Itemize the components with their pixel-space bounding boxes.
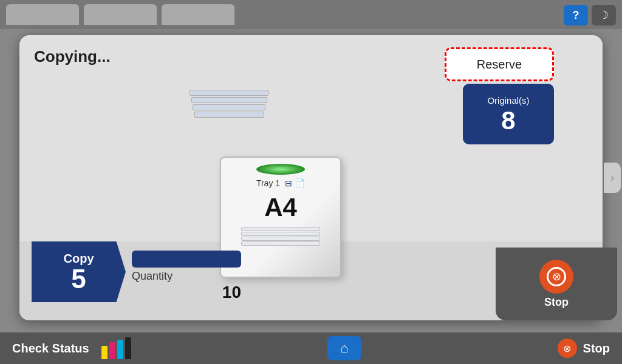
stop-symbol: ⊗ — [552, 270, 561, 283]
paper-sheet-1 — [190, 90, 268, 96]
tray-paper-size: A4 — [264, 193, 297, 222]
main-area: Copying... Reserve Original(s) 8 Tray 1 … — [0, 29, 622, 364]
top-bar-right: ? ☽ — [564, 5, 616, 25]
ink-bar-black — [125, 337, 131, 359]
moon-button[interactable]: ☽ — [592, 5, 616, 25]
ink-icon — [101, 337, 131, 359]
tray-glow-icon — [256, 164, 305, 175]
bottom-stop-area: ⊗ Stop — [558, 339, 610, 358]
quantity-section: Quantity 10 — [132, 251, 241, 302]
quantity-value: 10 — [222, 283, 241, 302]
check-status-label[interactable]: Check Status — [12, 342, 89, 356]
tray-duplex-icon: ⊟ — [285, 178, 292, 188]
originals-label: Original(s) — [487, 95, 529, 106]
copy-number: 5 — [71, 266, 86, 292]
top-tab-3[interactable] — [162, 4, 234, 25]
bottom-stop-button[interactable]: ⊗ — [558, 339, 577, 358]
originals-count: 8 — [501, 108, 515, 133]
top-tab-1[interactable] — [6, 4, 79, 25]
home-button[interactable]: ⌂ — [327, 336, 361, 360]
top-tab-2[interactable] — [84, 4, 157, 25]
paper-sheet-2 — [191, 97, 267, 103]
paper-sheet-4 — [194, 112, 264, 118]
right-arrow-icon[interactable]: › — [604, 163, 621, 193]
tray-header: Tray 1 ⊟ 📄 — [256, 178, 305, 188]
tray-paper-icon: 📄 — [295, 178, 305, 188]
ink-bar-yellow — [101, 346, 108, 359]
tray-paper-line-3 — [241, 237, 320, 241]
bottom-stop-label: Stop — [583, 342, 610, 356]
tray-name: Tray 1 — [256, 178, 280, 188]
copy-badge: Copy 5 — [32, 241, 126, 302]
bottom-bar: Check Status ⌂ ⊗ Stop — [0, 332, 622, 364]
copying-dialog: Copying... Reserve Original(s) 8 Tray 1 … — [19, 35, 603, 320]
tray-icons: ⊟ 📄 — [285, 178, 305, 188]
reserve-button[interactable]: Reserve — [445, 47, 554, 81]
paper-sheet-3 — [193, 104, 265, 110]
tray-paper-stack — [241, 227, 320, 246]
help-button[interactable]: ? — [564, 5, 588, 25]
stop-panel: ⊗ Stop — [496, 248, 617, 320]
quantity-bar — [132, 251, 241, 268]
bottom-stop-icon: ⊗ — [563, 343, 571, 354]
ink-bar-magenta — [109, 342, 115, 359]
quantity-label: Quantity — [132, 270, 173, 283]
home-icon: ⌂ — [340, 340, 348, 356]
paper-stack-icon — [190, 90, 268, 118]
originals-box: Original(s) 8 — [463, 84, 554, 144]
stop-button[interactable]: ⊗ — [539, 260, 573, 294]
tray-paper-line-4 — [241, 241, 320, 246]
top-bar: ? ☽ — [0, 0, 622, 29]
tray-paper-line-2 — [241, 232, 320, 236]
stop-label: Stop — [544, 296, 569, 309]
ink-bar-cyan — [117, 340, 123, 359]
tray-paper-line-1 — [241, 227, 320, 231]
stop-icon: ⊗ — [547, 267, 566, 286]
